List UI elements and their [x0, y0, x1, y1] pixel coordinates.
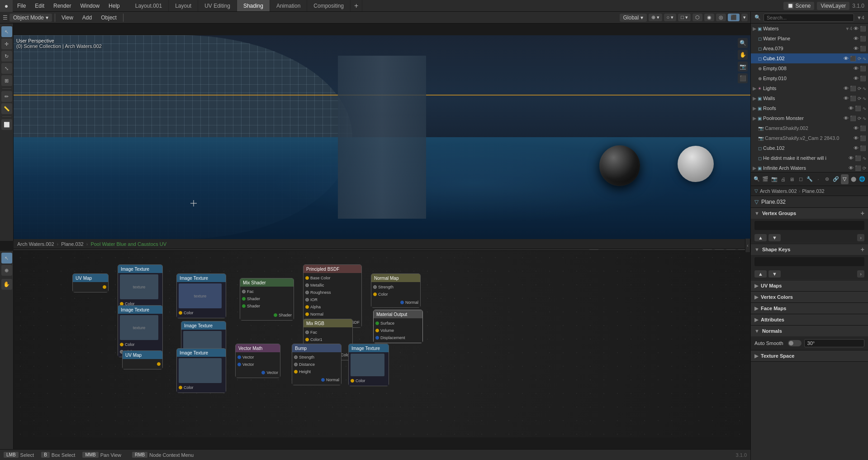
node-11[interactable]: Image Texture Color — [176, 348, 226, 393]
viewport-shading-rendered[interactable]: ⬛ — [728, 14, 740, 21]
section-attributes-header[interactable]: ▶ Attributes — [751, 314, 868, 325]
node-7[interactable]: Principled BSDF Base Color Metallic Roug… — [303, 264, 362, 328]
node-toolbar-cursor[interactable]: ↖ — [1, 253, 12, 264]
props-tab-constraint[interactable]: 🔗 — [832, 174, 840, 184]
toolbar-move[interactable]: ✛ — [1, 38, 12, 49]
outliner-item-camerashakify002[interactable]: 📷 CameraShakify.002 👁 ⬛ — [751, 123, 868, 133]
vg-move-down-btn[interactable]: ▼ — [768, 234, 781, 241]
global-transform-dropdown[interactable]: Global ▾ — [620, 14, 647, 22]
props-tab-objectdata[interactable]: ▽ — [841, 174, 849, 184]
node-14[interactable]: Image Texture Color — [348, 344, 389, 386]
node-output[interactable]: Material Output Surface Volume Displacem… — [373, 310, 423, 343]
viewport-camera-icon[interactable]: 📷 — [738, 62, 748, 72]
viewport-grid-icon[interactable]: ⬛ — [738, 73, 748, 83]
node-canvas[interactable]: UV Map Image Texture texture Color Alpha… — [14, 251, 750, 437]
viewport-hand-icon[interactable]: ✋ — [738, 50, 748, 60]
outliner-item-cube102-2[interactable]: ◻ Cube.102 👁 ⬛ — [751, 143, 868, 153]
toolbar-transform[interactable]: ⊞ — [1, 75, 12, 86]
node-bc-2[interactable]: Plane.032 — [61, 241, 84, 247]
toolbar-add-cube[interactable]: ⬜ — [1, 119, 12, 130]
props-tab-scene[interactable]: 🎬 — [761, 174, 769, 184]
add-btn[interactable]: Add — [79, 14, 95, 22]
outliner-item-infinite[interactable]: ▶ ▣ Infinite Arch Waters 👁 ⬛ ⟳ — [751, 163, 868, 172]
outliner-search-input[interactable] — [764, 14, 854, 22]
vg-arrow-toggle[interactable]: › — [857, 234, 864, 241]
outliner-item-waters[interactable]: ▶ ▣ Waters ▼4 👁 ⬛ — [751, 24, 868, 34]
props-tab-search[interactable]: 🔍 — [753, 174, 760, 184]
node-toolbar-crosshair[interactable]: ⊕ — [1, 265, 12, 276]
tab-compositing[interactable]: Compositing — [307, 0, 351, 11]
viewport-shading-wire[interactable]: ⬡ — [693, 14, 702, 21]
props-tab-particles[interactable]: · — [814, 174, 822, 184]
viewport-shading-solid[interactable]: ◉ — [704, 14, 714, 21]
outliner-item-walls[interactable]: ▶ ▣ Walls 👁 ⬛ ⟳ ∿ — [751, 93, 868, 103]
node-6[interactable]: Mix Shader Fac Shader Shader Shader — [240, 278, 294, 321]
sk-move-down-btn[interactable]: ▼ — [768, 270, 781, 278]
toolbar-scale[interactable]: ⤡ — [1, 63, 12, 74]
outliner-item-roofs[interactable]: ▶ ▣ Roofs 👁 ⬛ ∿ — [751, 103, 868, 113]
tab-uvediting[interactable]: UV Editing — [198, 0, 237, 11]
node-9[interactable]: Normal Map Strength Color Normal — [371, 273, 421, 308]
vg-move-up-btn[interactable]: ▲ — [754, 234, 767, 241]
toolbar-rotate[interactable]: ↻ — [1, 51, 12, 62]
tab-add[interactable]: + — [351, 0, 362, 11]
props-bc-2[interactable]: Plane.032 — [802, 188, 825, 194]
section-normals-header[interactable]: ▼ Normals — [751, 326, 868, 336]
section-face-maps-header[interactable]: ▶ Face Maps — [751, 303, 868, 314]
menu-help[interactable]: Help — [104, 0, 124, 11]
node-13[interactable]: Bump Strength Distance Height Normal — [292, 344, 342, 385]
auto-smooth-angle[interactable]: 30° — [804, 339, 864, 347]
props-tab-view[interactable]: 🖥 — [788, 174, 796, 184]
snapping-btn[interactable]: ⊕ ▾ — [649, 14, 662, 21]
outliner-item-lights[interactable]: ▶ ☀ Lights 👁 ⬛ ⟳ ∿ — [751, 83, 868, 93]
node-4[interactable]: Image Texture texture Color — [176, 273, 226, 318]
viewport-toggle-arrow[interactable]: ‹ — [745, 239, 750, 252]
toolbar-cursor[interactable]: ↖ — [1, 26, 12, 37]
outliner-filter-icon[interactable]: ▼4 — [857, 15, 864, 20]
outliner-item-poolroom[interactable]: ▶ ▣ Poolroom Monster 👁 ⬛ ⟳ ∿ — [751, 113, 868, 123]
outliner-item-hedidnt[interactable]: ◻ He didnt make it neither will i 👁 ⬛ ∿ — [751, 153, 868, 163]
props-tab-object[interactable]: ◻ — [797, 174, 804, 184]
props-tab-world[interactable]: 🌐 — [859, 174, 866, 184]
menu-window[interactable]: Window — [76, 0, 104, 11]
toolbar-annotate[interactable]: ✏ — [1, 91, 12, 102]
add-vertex-group-btn[interactable]: + — [861, 210, 864, 217]
view-layer-selector[interactable]: ViewLayer — [817, 2, 849, 10]
object-mode-dropdown[interactable]: Object Mode ▾ — [9, 14, 52, 22]
props-tab-physics[interactable]: ⊛ — [823, 174, 831, 184]
sk-move-up-btn[interactable]: ▲ — [754, 270, 767, 278]
engine-selector[interactable]: 🔲 Scene — [783, 2, 814, 10]
overlay-dropdown[interactable]: □ ▾ — [678, 14, 691, 21]
node-bc-1[interactable]: Arch Waters.002 — [17, 241, 54, 247]
props-tab-material[interactable]: ⬤ — [849, 174, 857, 184]
outliner-item-empty010[interactable]: ⊕ Empty.010 👁 ⬛ — [751, 73, 868, 83]
menu-edit[interactable]: Edit — [30, 0, 49, 11]
add-shape-key-btn[interactable]: + — [861, 246, 864, 253]
section-vertex-groups-header[interactable]: ▼ Vertex Groups + — [751, 208, 868, 219]
viewport-search-icon[interactable]: 🔍 — [738, 38, 748, 48]
view-btn[interactable]: View — [58, 14, 77, 22]
outliner-item-empty008[interactable]: ⊕ Empty.008 👁 ⬛ — [751, 63, 868, 73]
viewport-shading-material[interactable]: ◎ — [716, 14, 726, 21]
section-texture-space-header[interactable]: ▶ Texture Space — [751, 350, 868, 361]
node-1[interactable]: UV Map — [72, 273, 109, 292]
proportional-btn[interactable]: ○ ▾ — [664, 14, 677, 21]
sk-arrow-toggle[interactable]: › — [857, 270, 864, 278]
outliner-item-area079[interactable]: ◻ Area.079 👁 ⬛ — [751, 43, 868, 53]
tab-layout001[interactable]: Layout.001 — [129, 0, 169, 11]
node-3[interactable]: Image Texture texture Color Alpha — [118, 305, 163, 357]
section-shape-keys-header[interactable]: ▼ Shape Keys + — [751, 244, 868, 255]
menu-file[interactable]: File — [13, 0, 30, 11]
object-btn[interactable]: Object — [97, 14, 120, 22]
outliner-item-cube102-top[interactable]: ◻ Cube.102 👁 ⬛ ⟳ ∿ — [751, 53, 868, 63]
node-10[interactable]: UV Map — [122, 350, 163, 369]
props-tab-output[interactable]: 🖨 — [779, 174, 787, 184]
tab-layout[interactable]: Layout — [169, 0, 198, 11]
menu-render[interactable]: Render — [49, 0, 76, 11]
props-tab-render[interactable]: 📷 — [770, 174, 778, 184]
node-bc-3[interactable]: Pool Water Blue and Caustocs UV — [90, 241, 166, 247]
auto-smooth-toggle[interactable] — [788, 340, 802, 346]
props-bc-1[interactable]: Arch Waters.002 — [760, 188, 797, 194]
node-12[interactable]: Vector Math Vector Vector Vector — [235, 344, 280, 378]
section-uv-maps-header[interactable]: ▶ UV Maps — [751, 280, 868, 291]
